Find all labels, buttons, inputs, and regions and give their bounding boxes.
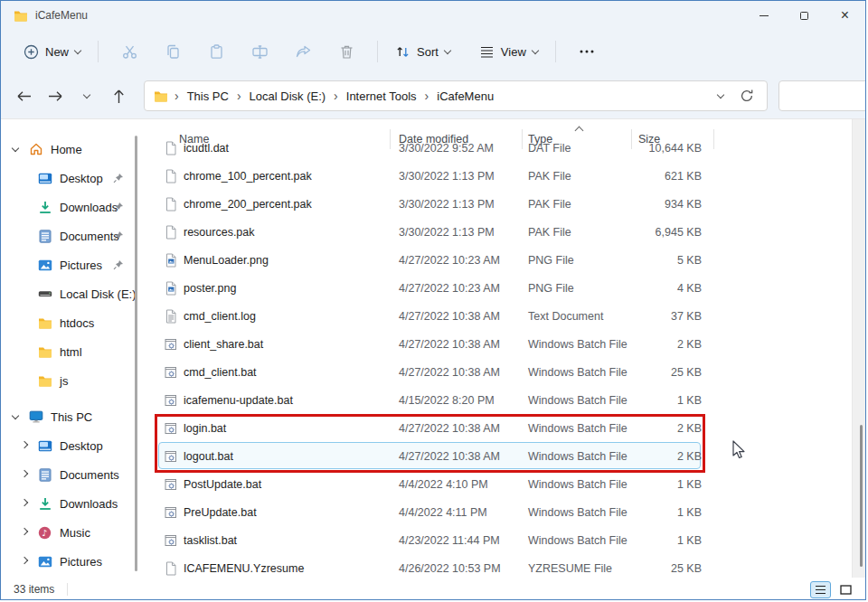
file-date-modified: 3/30/2022 9:52 AM bbox=[399, 142, 494, 155]
up-button[interactable] bbox=[105, 82, 132, 109]
search-box[interactable] bbox=[778, 80, 866, 111]
breadcrumb-item-local-disk-e[interactable]: Local Disk (E:) bbox=[248, 89, 328, 103]
more-options-button[interactable] bbox=[569, 36, 605, 67]
new-button[interactable]: New bbox=[15, 39, 89, 65]
minimize-button[interactable] bbox=[743, 1, 784, 30]
close-button[interactable]: × bbox=[825, 1, 865, 30]
close-icon: × bbox=[841, 8, 849, 23]
file-row-chrome-100-percent-pak[interactable]: chrome_100_percent.pak3/30/2022 1:13 PMP… bbox=[155, 162, 704, 190]
file-type: PNG File bbox=[528, 254, 574, 267]
cut-button[interactable] bbox=[111, 36, 147, 67]
navigation-bar: ›This PC›Local Disk (E:)›Internet Tools›… bbox=[1, 73, 865, 119]
view-icon bbox=[479, 45, 495, 59]
text-icon bbox=[164, 309, 178, 324]
copy-icon bbox=[165, 43, 182, 61]
file-size: 6,945 KB bbox=[580, 226, 702, 239]
breadcrumb-item-icafemenu[interactable]: iCafeMenu bbox=[435, 89, 495, 103]
file-date-modified: 4/27/2022 10:38 AM bbox=[399, 366, 500, 379]
rename-icon bbox=[251, 43, 269, 61]
breadcrumb-separator-icon: › bbox=[425, 89, 429, 103]
file-name: cmd_client.bat bbox=[184, 366, 257, 379]
file-explorer-window: iCafeMenu × New Sort View bbox=[0, 0, 866, 600]
column-separator[interactable] bbox=[390, 129, 391, 149]
delete-button[interactable] bbox=[328, 36, 364, 67]
refresh-button[interactable] bbox=[740, 89, 754, 103]
file-row-poster-png[interactable]: poster.png4/27/2022 10:23 AMPNG File4 KB bbox=[155, 274, 704, 302]
address-bar[interactable]: ›This PC›Local Disk (E:)›Internet Tools›… bbox=[144, 80, 768, 111]
details-view-button[interactable] bbox=[810, 581, 831, 598]
statusbar-divider bbox=[67, 583, 68, 596]
chevron-down-icon bbox=[444, 46, 451, 53]
paste-button[interactable] bbox=[198, 36, 234, 67]
plus-circle-icon bbox=[24, 44, 39, 60]
file-name: icudtl.dat bbox=[184, 142, 229, 155]
breadcrumb-separator-icon: › bbox=[237, 89, 241, 103]
maximize-button[interactable] bbox=[784, 1, 825, 30]
file-name: logout.bat bbox=[184, 450, 233, 463]
file-name: client_share.bat bbox=[184, 338, 263, 351]
chevron-down-icon bbox=[83, 90, 90, 98]
file-date-modified: 4/4/2022 4:10 PM bbox=[399, 478, 488, 491]
column-separator[interactable] bbox=[522, 129, 523, 149]
file-icon bbox=[164, 197, 178, 212]
file-row-postupdate-bat[interactable]: PostUpdate.bat4/4/2022 4:10 PMWindows Ba… bbox=[155, 470, 704, 498]
file-row-cmd-client-log[interactable]: cmd_client.log4/27/2022 10:38 AMText Doc… bbox=[155, 302, 704, 330]
view-button[interactable]: View bbox=[471, 40, 546, 64]
file-size: 1 KB bbox=[580, 478, 702, 491]
content-area: HomeDesktopDownloadsDocumentsPicturesLoc… bbox=[1, 119, 865, 578]
sort-button-label: Sort bbox=[417, 45, 439, 59]
file-row-menuloader-png[interactable]: MenuLoader.png4/27/2022 10:23 AMPNG File… bbox=[155, 246, 704, 274]
file-row-logout-bat[interactable]: logout.bat4/27/2022 10:38 AMWindows Batc… bbox=[155, 442, 704, 470]
file-row-cmd-client-bat[interactable]: cmd_client.bat4/27/2022 10:38 AMWindows … bbox=[155, 358, 704, 386]
batch-icon bbox=[164, 449, 178, 464]
file-size: 2 KB bbox=[580, 422, 702, 435]
file-name: PreUpdate.bat bbox=[184, 506, 257, 519]
file-name: cmd_client.log bbox=[184, 310, 256, 323]
maximize-icon bbox=[800, 12, 808, 20]
ellipsis-icon bbox=[580, 50, 594, 53]
column-header-row: NameDate modifiedTypeSize bbox=[155, 127, 851, 152]
file-row-icafemenu-update-bat[interactable]: icafemenu-update.bat4/15/2022 8:20 PMWin… bbox=[155, 386, 704, 414]
file-type: PNG File bbox=[528, 282, 574, 295]
batch-icon bbox=[164, 421, 178, 436]
file-row-resources-pak[interactable]: resources.pak3/30/2022 1:13 PMPAK File6,… bbox=[155, 218, 704, 246]
image-icon bbox=[164, 253, 178, 268]
file-date-modified: 4/15/2022 8:20 PM bbox=[399, 394, 495, 407]
share-button[interactable] bbox=[285, 36, 321, 67]
list-scrollbar-track[interactable] bbox=[852, 119, 865, 578]
file-type: PAK File bbox=[528, 226, 571, 239]
file-row-tasklist-bat[interactable]: tasklist.bat4/23/2022 11:44 PMWindows Ba… bbox=[155, 526, 704, 554]
forward-button[interactable] bbox=[42, 82, 69, 109]
breadcrumb-item-internet-tools[interactable]: Internet Tools bbox=[344, 89, 419, 103]
file-list: icudtl.dat3/30/2022 9:52 AMDAT File10,64… bbox=[1, 119, 865, 578]
file-date-modified: 4/27/2022 10:38 AM bbox=[399, 310, 500, 323]
toolbar-divider bbox=[555, 41, 556, 62]
file-date-modified: 4/27/2022 10:38 AM bbox=[399, 338, 500, 351]
batch-icon bbox=[164, 477, 178, 492]
column-separator[interactable] bbox=[713, 129, 714, 149]
batch-icon bbox=[164, 533, 178, 548]
file-type: PAK File bbox=[528, 170, 571, 183]
file-row-icafemenu-yzresume[interactable]: ICAFEMENU.Yzresume4/26/2022 10:53 PMYZRE… bbox=[155, 554, 704, 578]
breadcrumb-item-this-pc[interactable]: This PC bbox=[185, 89, 231, 103]
file-icon bbox=[164, 561, 178, 576]
large-icons-view-button[interactable] bbox=[835, 581, 856, 598]
sort-button[interactable]: Sort bbox=[387, 39, 458, 65]
list-scrollbar-thumb[interactable] bbox=[860, 425, 863, 567]
file-row-preupdate-bat[interactable]: PreUpdate.bat4/4/2022 4:11 PMWindows Bat… bbox=[155, 498, 704, 526]
copy-button[interactable] bbox=[155, 36, 191, 67]
file-row-login-bat[interactable]: login.bat4/27/2022 10:38 AMWindows Batch… bbox=[155, 414, 704, 442]
file-date-modified: 4/27/2022 10:23 AM bbox=[399, 254, 500, 267]
file-row-client-share-bat[interactable]: client_share.bat4/27/2022 10:38 AMWindow… bbox=[155, 330, 704, 358]
rename-button[interactable] bbox=[241, 36, 278, 67]
cut-icon bbox=[121, 43, 138, 61]
file-row-chrome-200-percent-pak[interactable]: chrome_200_percent.pak3/30/2022 1:13 PMP… bbox=[155, 190, 704, 218]
file-icon bbox=[164, 225, 178, 240]
file-name: PostUpdate.bat bbox=[184, 478, 261, 491]
file-size: 934 KB bbox=[580, 198, 702, 211]
recent-locations-button[interactable] bbox=[73, 82, 100, 109]
search-input[interactable] bbox=[788, 87, 866, 105]
back-button[interactable] bbox=[10, 82, 37, 109]
status-bar: 33 items bbox=[1, 578, 865, 600]
address-dropdown-chevron-icon[interactable] bbox=[717, 90, 724, 98]
